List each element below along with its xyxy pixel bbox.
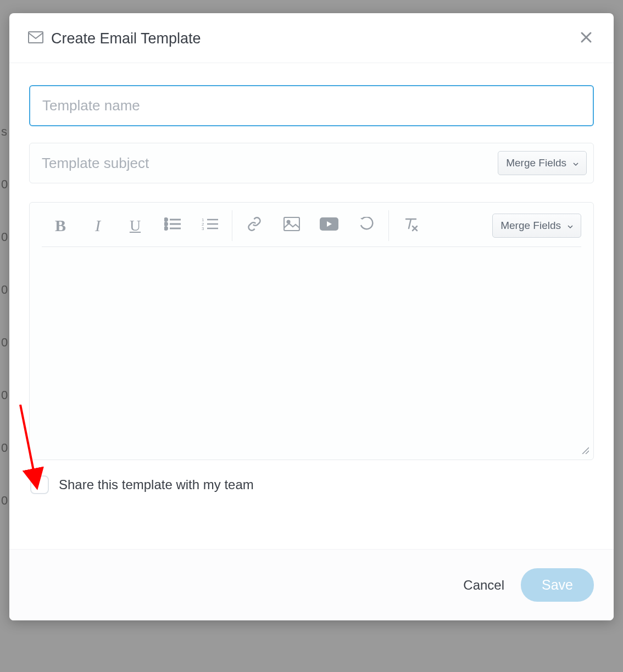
modal-title: Create Email Template [51, 30, 577, 47]
unordered-list-button[interactable] [154, 210, 191, 241]
bold-icon: B [55, 216, 66, 235]
svg-point-3 [165, 222, 168, 225]
chevron-down-icon [568, 220, 573, 232]
template-name-input[interactable] [29, 85, 594, 126]
close-icon [580, 36, 593, 46]
italic-button[interactable]: I [79, 210, 116, 241]
create-email-template-modal: Create Email Template Merge Fields [9, 13, 614, 620]
resize-handle[interactable] [580, 445, 589, 456]
clear-format-icon [403, 216, 419, 236]
modal-body: Merge Fields B I U [9, 63, 614, 549]
link-icon [247, 216, 262, 236]
editor-content-area[interactable] [30, 247, 593, 460]
subject-row: Merge Fields [29, 143, 594, 183]
svg-point-5 [165, 227, 168, 229]
chevron-down-icon [573, 157, 578, 169]
image-button[interactable] [273, 210, 310, 241]
share-label: Share this template with my team [59, 477, 254, 492]
merge-fields-label: Merge Fields [500, 220, 561, 232]
svg-point-14 [287, 220, 290, 223]
modal-footer: Cancel Save [9, 549, 614, 620]
save-button[interactable]: Save [521, 568, 594, 602]
italic-icon: I [95, 216, 101, 235]
share-checkbox[interactable] [30, 475, 49, 494]
svg-text:3: 3 [202, 226, 204, 231]
unordered-list-icon [164, 217, 181, 234]
undo-button[interactable] [348, 210, 385, 241]
underline-button[interactable]: U [116, 210, 154, 241]
toolbar-separator [232, 210, 232, 241]
svg-rect-0 [29, 32, 43, 43]
merge-fields-button-body[interactable]: Merge Fields [492, 214, 581, 238]
ordered-list-button[interactable]: 1 2 3 [191, 210, 229, 241]
image-icon [283, 217, 300, 235]
video-button[interactable] [310, 210, 348, 241]
rich-text-editor: B I U [29, 202, 594, 460]
modal-header: Create Email Template [9, 13, 614, 63]
editor-toolbar: B I U [30, 203, 593, 241]
link-button[interactable] [236, 210, 273, 241]
clear-format-button[interactable] [392, 210, 430, 241]
template-subject-input[interactable] [42, 143, 498, 183]
toolbar-separator [388, 210, 389, 241]
close-button[interactable] [577, 29, 595, 48]
merge-fields-button-subject[interactable]: Merge Fields [498, 151, 587, 175]
svg-rect-13 [284, 217, 299, 231]
mail-icon [28, 31, 43, 46]
underline-icon: U [130, 217, 141, 234]
bold-button[interactable]: B [42, 210, 79, 241]
cancel-button[interactable]: Cancel [463, 578, 504, 593]
share-row: Share this template with my team [29, 475, 594, 494]
ordered-list-icon: 1 2 3 [202, 217, 218, 234]
merge-fields-label: Merge Fields [506, 157, 566, 169]
video-icon [320, 217, 338, 234]
svg-point-1 [165, 218, 168, 221]
undo-icon [359, 217, 374, 235]
